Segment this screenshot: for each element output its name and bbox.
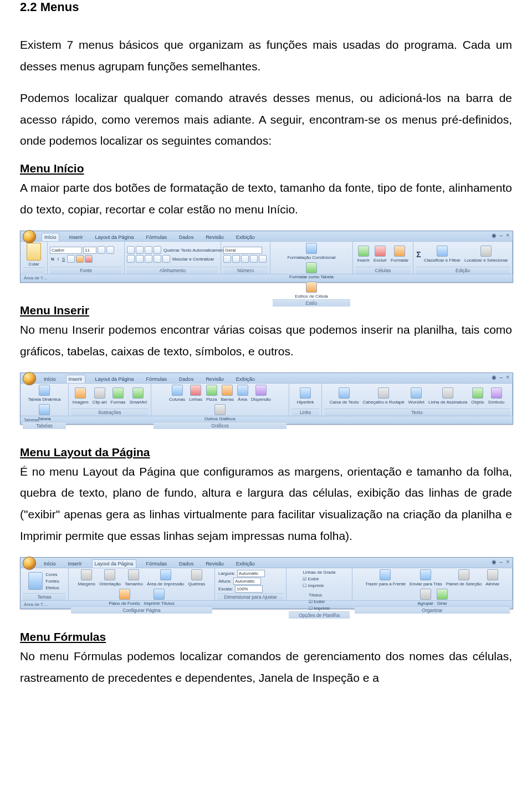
headings-show-check[interactable]: ☑ Exibir [308,599,326,605]
delete-cell-icon[interactable] [375,246,386,257]
rotate-icon[interactable] [437,589,448,600]
clipart-icon[interactable] [94,387,105,399]
align-middle-icon[interactable] [136,246,144,254]
themes-icon[interactable] [28,572,43,590]
tab-layout[interactable]: Layout da Página [92,559,136,568]
close-icon[interactable]: × [506,374,509,380]
tab-formulas[interactable]: Fórmulas [144,560,170,568]
tab-inicio[interactable]: Início [42,560,58,568]
tab-revisao[interactable]: Revisão [203,375,226,383]
help-icon[interactable]: ◉ [492,374,497,380]
headings-print-check[interactable]: ☐ Imprimir [308,605,331,611]
picture-icon[interactable] [75,387,86,399]
close-icon[interactable]: × [506,559,509,565]
percent-icon[interactable] [232,255,240,263]
fonts-label[interactable]: Fontes [44,578,60,584]
margins-icon[interactable] [81,569,92,580]
background-icon[interactable] [119,589,130,600]
gridlines-print-check[interactable]: ☐ Imprimir [301,583,325,589]
tab-layout[interactable]: Layout da Página [93,233,136,241]
width-combo[interactable]: Automátic [237,570,265,577]
tab-formulas[interactable]: Fórmulas [144,375,170,383]
align-left-icon[interactable] [127,255,135,263]
symbol-icon[interactable] [491,387,502,399]
wordart-icon[interactable] [411,387,422,399]
tab-layout[interactable]: Layout da Página [93,375,136,383]
print-area-icon[interactable] [160,569,171,580]
align-center-icon[interactable] [136,255,144,263]
help-icon[interactable]: ◉ [492,559,497,565]
chart-pie-icon[interactable] [206,385,217,396]
minimize-icon[interactable]: – [500,374,503,380]
indent-dec-icon[interactable] [154,255,161,263]
cond-format-icon[interactable] [306,243,317,254]
send-back-icon[interactable] [420,569,431,580]
chart-other-icon[interactable] [214,404,226,415]
underline-button[interactable]: S [61,256,66,262]
comma-icon[interactable] [241,255,249,263]
number-format-combo[interactable]: Geral [223,247,262,254]
selection-pane-icon[interactable] [458,569,469,580]
bring-front-icon[interactable] [380,569,391,580]
format-table-icon[interactable] [306,262,317,273]
indent-inc-icon[interactable] [162,255,170,263]
tab-inicio[interactable]: Início [42,233,59,241]
paste-icon[interactable] [27,243,41,261]
office-button-icon[interactable] [23,372,36,385]
align-right-icon[interactable] [145,255,152,263]
tab-inicio[interactable]: Início [42,375,58,383]
tab-dados[interactable]: Dados [177,375,196,383]
help-icon[interactable]: ◉ [492,232,497,238]
tab-exibicao[interactable]: Exibição [234,560,257,568]
inc-decimal-icon[interactable] [250,255,258,263]
insert-cell-icon[interactable] [358,246,369,257]
chart-bar-icon[interactable] [222,385,233,396]
tab-dados[interactable]: Dados [177,233,196,241]
italic-button[interactable]: I [57,256,60,262]
tab-formulas[interactable]: Fórmulas [144,233,170,241]
align-bottom-icon[interactable] [145,246,152,254]
chart-area-icon[interactable] [237,385,248,396]
shapes-icon[interactable] [112,387,124,399]
dec-decimal-icon[interactable] [259,255,267,263]
tab-revisao[interactable]: Revisão [203,233,226,241]
header-footer-icon[interactable] [378,387,389,399]
border-icon[interactable] [67,255,75,263]
breaks-icon[interactable] [191,569,202,580]
align-top-icon[interactable] [127,246,135,254]
chart-line-icon[interactable] [190,385,201,396]
find-select-icon[interactable] [480,246,492,257]
font-color-icon[interactable] [85,255,93,263]
format-cell-icon[interactable] [394,246,405,257]
office-button-icon[interactable] [23,557,36,570]
office-button-icon[interactable] [23,230,36,243]
cell-styles-icon[interactable] [306,282,317,293]
orientation-icon[interactable] [154,246,161,254]
chart-scatter-icon[interactable] [255,385,267,396]
close-icon[interactable]: × [506,232,509,238]
autosum-icon[interactable]: Σ [416,250,421,259]
shrink-font-icon[interactable] [106,246,114,254]
grow-font-icon[interactable] [98,246,105,254]
colors-label[interactable]: Cores [44,572,58,578]
wrap-text-button[interactable]: Quebrar Texto Automaticamente [162,247,228,253]
align-icon[interactable] [487,569,498,580]
orientation-icon[interactable] [104,569,115,580]
table-icon[interactable] [39,404,50,415]
tab-dados[interactable]: Dados [177,560,196,568]
currency-icon[interactable] [223,255,231,263]
bold-button[interactable]: N [50,256,55,262]
chart-column-icon[interactable] [172,385,183,396]
minimize-icon[interactable]: – [500,232,503,238]
tab-exibicao[interactable]: Exibição [234,375,257,383]
sort-filter-icon[interactable] [437,246,448,257]
tab-inserir[interactable]: Inserir [67,233,85,241]
font-size-combo[interactable]: 11 [83,247,96,254]
group-icon[interactable] [420,589,431,600]
signature-icon[interactable] [442,387,453,399]
gridlines-show-check[interactable]: ☑ Exibir [301,576,320,582]
merge-center-button[interactable]: Mesclar e Centralizar [171,256,216,262]
print-titles-icon[interactable] [154,589,165,600]
smartart-icon[interactable] [132,387,144,399]
tab-inserir[interactable]: Inserir [66,375,85,383]
